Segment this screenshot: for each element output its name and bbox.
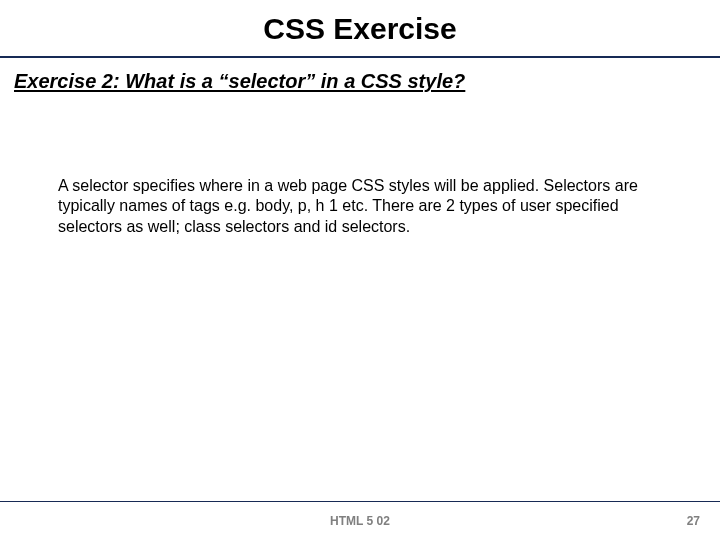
page-number: 27 [687, 514, 700, 528]
exercise-question: Exercise 2: What is a “selector” in a CS… [0, 58, 720, 93]
slide: CSS Exercise Exercise 2: What is a “sele… [0, 0, 720, 540]
slide-title: CSS Exercise [0, 0, 720, 56]
footer-label: HTML 5 02 [0, 514, 720, 528]
answer-text: A selector specifies where in a web page… [58, 176, 662, 237]
footer-divider [0, 501, 720, 502]
